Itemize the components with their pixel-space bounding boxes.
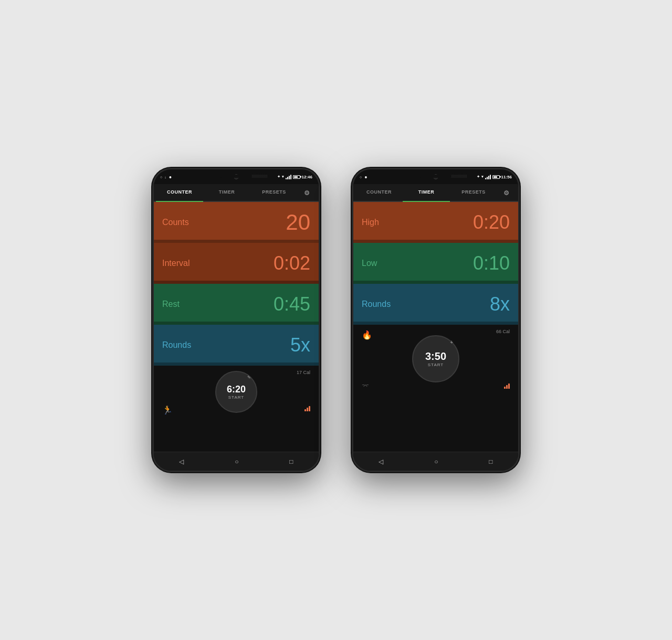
signal-bar-3 [289, 176, 290, 179]
power-button-right [519, 222, 520, 243]
interval-label: Interval [162, 259, 190, 268]
chart-bar-r2 [506, 385, 508, 389]
notification-icon-right: ☻ [364, 175, 368, 179]
rounds-row-right[interactable]: Rounds 8x [353, 284, 518, 325]
bottom-icons-right: ⌤ [353, 382, 518, 390]
rounds-label-left: Rounds [162, 340, 191, 350]
battery-icon [293, 175, 300, 179]
status-icons-right: ○ ☻ [360, 175, 368, 179]
timer-start-left: START [228, 395, 244, 400]
content-rows-right: High 0:20 Low 0:10 Rounds 8x 🔥 66 Cal [353, 202, 518, 452]
recent-button-left[interactable]: □ [283, 456, 299, 467]
home-button-right[interactable]: ○ [428, 456, 444, 467]
time-left: 12:46 [302, 175, 312, 179]
chart-bar-r3 [508, 383, 510, 389]
status-right: ✦ ▾ 12:46 [277, 175, 312, 179]
tab-counter-left[interactable]: COUNTER [156, 184, 203, 201]
counts-label: Counts [162, 218, 189, 227]
rest-value: 0:45 [274, 293, 310, 315]
battery-fill [294, 176, 298, 178]
nav-bar-right: ◁ ○ □ [353, 452, 518, 471]
rounds-row-left[interactable]: Rounds 5x [154, 325, 319, 366]
notification-icon: ☻ [169, 175, 172, 179]
pencil-icon: ✎ [247, 375, 251, 380]
tab-timer-right[interactable]: TIMER [403, 184, 450, 201]
interval-value: 0:02 [274, 252, 310, 274]
back-button-left[interactable]: ◁ [173, 456, 190, 467]
signal-bars [286, 175, 291, 179]
home-button-left[interactable]: ○ [228, 456, 245, 467]
interval-row[interactable]: Interval 0:02 [154, 243, 319, 284]
tab-presets-left[interactable]: PRESETS [250, 184, 298, 201]
rest-label: Rest [162, 300, 180, 309]
battery-fill-right [494, 176, 497, 178]
status-icons-left: ○ ↓ ☻ [160, 175, 172, 179]
timer-start-right: START [428, 362, 444, 367]
tab-settings-right[interactable]: ⚙ [497, 184, 516, 201]
power-button [319, 222, 320, 243]
chart-bar-3 [309, 406, 310, 411]
rest-row[interactable]: Rest 0:45 [154, 284, 319, 325]
bottom-area-left: 17 Cal ✎ 6:20 START 🏃 [154, 366, 319, 418]
tab-settings-left[interactable]: ⚙ [298, 184, 317, 201]
alarm-icon-right: ○ [360, 175, 362, 179]
high-row[interactable]: High 0:20 [353, 202, 518, 243]
status-bar-right: ○ ☻ ✦ ▾ 11:56 [353, 169, 518, 184]
signal-bar-r2 [487, 177, 488, 179]
status-bar-left: ○ ↓ ☻ ✦ ▾ 12:46 [154, 169, 319, 184]
chart-icon-left [304, 405, 310, 411]
chart-bar-1 [304, 409, 306, 411]
nav-tabs-left: COUNTER TIMER PRESETS ⚙ [154, 184, 319, 202]
screen-left: COUNTER TIMER PRESETS ⚙ Counts 20 [154, 184, 319, 471]
chart-bar-2 [307, 408, 308, 411]
nav-bar-left: ◁ ○ □ [154, 452, 319, 471]
bluetooth-icon-right: ✦ [477, 175, 480, 179]
low-row[interactable]: Low 0:10 [353, 243, 518, 284]
nav-tabs-right: COUNTER TIMER PRESETS ⚙ [353, 184, 518, 202]
signal-bar-r1 [485, 178, 486, 179]
barbell-icon: ⌤ [362, 382, 369, 390]
counts-value: 20 [286, 210, 310, 235]
chart-icon-right [504, 382, 510, 389]
signal-bar-r3 [488, 176, 489, 179]
fire-icon: 🔥 [362, 330, 372, 340]
low-label: Low [362, 259, 377, 268]
back-button-right[interactable]: ◁ [372, 456, 390, 467]
recent-button-right[interactable]: □ [482, 456, 499, 467]
tab-counter-right[interactable]: COUNTER [355, 184, 403, 201]
rounds-value-left: 5x [290, 334, 310, 356]
battery-icon-right [492, 175, 500, 179]
settings-icon-right: ⚙ [503, 189, 510, 197]
high-label: High [362, 218, 379, 227]
settings-icon-left: ⚙ [304, 189, 310, 197]
signal-bar-r4 [490, 175, 491, 179]
signal-bars-right [485, 175, 491, 179]
speaker-grille-right [446, 175, 467, 178]
phones-container: ○ ↓ ☻ ✦ ▾ 12:46 [152, 147, 520, 493]
rounds-label-right: Rounds [362, 300, 391, 309]
chart-bar-r1 [504, 387, 506, 389]
plus-icon: + [450, 339, 453, 345]
status-right-right: ✦ ▾ 11:56 [477, 175, 512, 179]
tab-presets-right[interactable]: PRESETS [450, 184, 497, 201]
phone-left: ○ ↓ ☻ ✦ ▾ 12:46 [152, 168, 320, 472]
counts-row[interactable]: Counts 20 [154, 202, 319, 243]
content-rows-left: Counts 20 Interval 0:02 Rest 0:45 Rounds… [154, 202, 319, 452]
rounds-value-right: 8x [490, 293, 510, 315]
cal-label-right: 66 Cal [496, 329, 510, 334]
download-icon: ↓ [164, 175, 166, 179]
volume-button [152, 211, 153, 227]
signal-bar-2 [287, 177, 288, 179]
tab-timer-left[interactable]: TIMER [203, 184, 250, 201]
low-value: 0:10 [473, 252, 510, 274]
high-value: 0:20 [473, 211, 510, 233]
timer-circle-right[interactable]: + 3:50 START [412, 335, 459, 382]
volume-button-right [352, 211, 353, 227]
speaker-grille [247, 175, 268, 178]
bottom-icons-left: 🏃 [154, 405, 319, 415]
signal-bar-4 [290, 175, 291, 179]
exercise-icon-left: 🏃 [162, 405, 173, 415]
wifi-icon: ▾ [282, 175, 284, 179]
alarm-icon: ○ [160, 175, 162, 179]
time-right: 11:56 [501, 175, 512, 179]
